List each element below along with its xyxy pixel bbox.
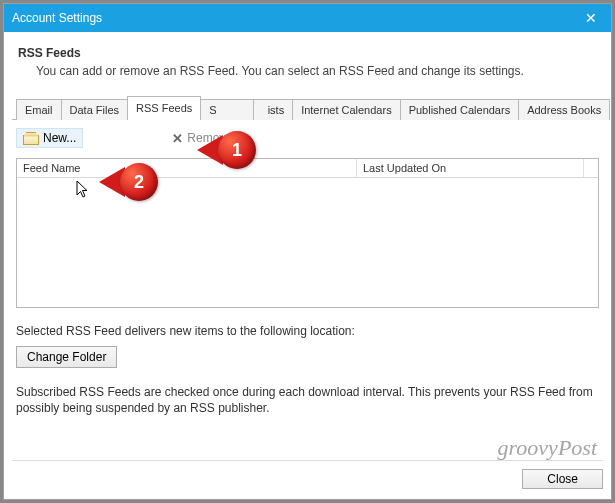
remove-button-label: Remove bbox=[187, 131, 232, 145]
close-icon: ✕ bbox=[585, 10, 597, 26]
new-button[interactable]: New... bbox=[16, 128, 83, 148]
column-spacer bbox=[584, 159, 598, 177]
content-area: RSS Feeds You can add or remove an RSS F… bbox=[4, 32, 611, 499]
tabstrip: Email Data Files RSS Feeds S ists Intern… bbox=[12, 96, 603, 120]
tab-published-calendars[interactable]: Published Calendars bbox=[400, 99, 520, 120]
page-subtitle: You can add or remove an RSS Feed. You c… bbox=[36, 64, 603, 78]
table-header: Feed Name Last Updated On bbox=[17, 159, 598, 178]
tab-address-books[interactable]: Address Books bbox=[518, 99, 610, 120]
tab-internet-calendars[interactable]: Internet Calendars bbox=[292, 99, 401, 120]
account-settings-window: Account Settings ✕ RSS Feeds You can add… bbox=[3, 3, 612, 500]
titlebar: Account Settings ✕ bbox=[4, 4, 611, 32]
window-title: Account Settings bbox=[12, 11, 571, 25]
window-close-button[interactable]: ✕ bbox=[571, 4, 611, 32]
new-button-label: New... bbox=[43, 131, 76, 145]
feeds-table[interactable]: Feed Name Last Updated On bbox=[16, 158, 599, 308]
column-last-updated[interactable]: Last Updated On bbox=[357, 159, 584, 177]
tab-sharepoint-lists-tail[interactable]: ists bbox=[253, 99, 294, 120]
page-title: RSS Feeds bbox=[18, 46, 603, 60]
remove-icon: ✕ bbox=[172, 132, 183, 145]
column-feed-name[interactable]: Feed Name bbox=[17, 159, 357, 177]
note-text: Subscribed RSS Feeds are checked once du… bbox=[16, 384, 599, 416]
toolbar: New... ✕ Remove bbox=[12, 120, 603, 158]
remove-button[interactable]: ✕ Remove bbox=[165, 128, 239, 148]
location-text: Selected RSS Feed delivers new items to … bbox=[16, 324, 599, 338]
watermark: groovyPost bbox=[498, 435, 597, 461]
tab-sharepoint-lists[interactable]: S bbox=[200, 99, 253, 120]
dialog-footer: Close bbox=[12, 460, 603, 489]
tab-data-files[interactable]: Data Files bbox=[61, 99, 129, 120]
change-folder-button[interactable]: Change Folder bbox=[16, 346, 117, 368]
tab-email[interactable]: Email bbox=[16, 99, 62, 120]
new-icon bbox=[23, 132, 39, 145]
close-button[interactable]: Close bbox=[522, 469, 603, 489]
tab-rss-feeds[interactable]: RSS Feeds bbox=[127, 96, 201, 120]
